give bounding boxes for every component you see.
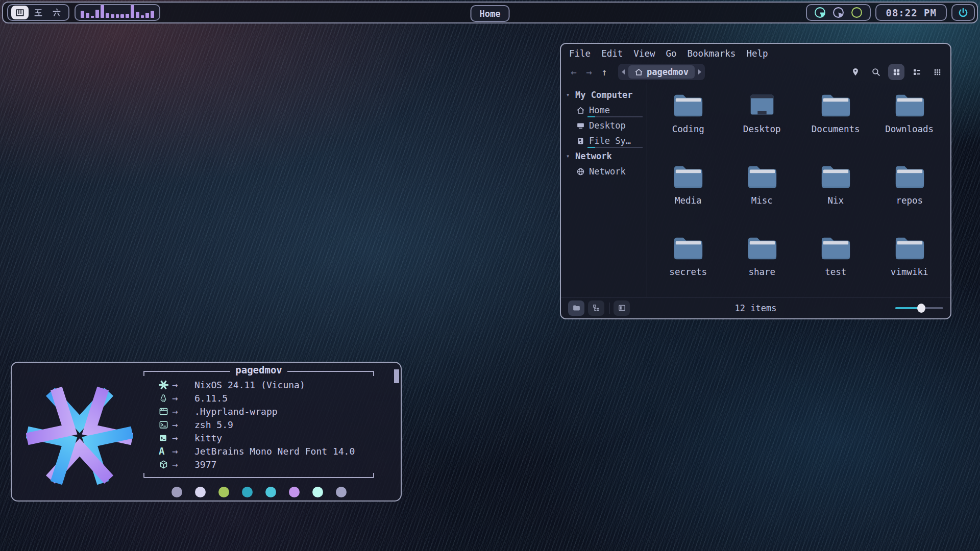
places-sidebar: ▾ My Computer Home Desktop xyxy=(561,83,647,297)
folder-icon xyxy=(746,164,778,190)
sidebar-item-network[interactable]: Network xyxy=(566,164,644,179)
folder-icon xyxy=(746,235,778,262)
view-grid-button[interactable] xyxy=(888,64,904,80)
file-item-repos[interactable]: repos xyxy=(873,164,947,235)
window-manager-icon xyxy=(159,407,168,416)
section-label: Network xyxy=(575,151,612,161)
file-item-vimwiki[interactable]: vimwiki xyxy=(873,235,947,307)
power-button[interactable] xyxy=(951,4,975,21)
workspace-4-button[interactable] xyxy=(11,6,29,19)
forward-button[interactable]: → xyxy=(581,66,597,78)
visualizer-bar xyxy=(145,13,149,18)
slider-knob[interactable] xyxy=(917,304,925,313)
palette-dot xyxy=(265,487,276,497)
toolbar-right xyxy=(847,64,945,80)
sidebar-item-filesystem[interactable]: File Sy… xyxy=(566,133,644,148)
menu-file[interactable]: File xyxy=(569,48,591,59)
file-item-test[interactable]: test xyxy=(799,235,873,307)
arrow-glyph: → xyxy=(172,379,194,390)
file-item-downloads[interactable]: Downloads xyxy=(873,92,947,164)
desktop-icon xyxy=(576,121,585,130)
clock-pill: 08:22 PM xyxy=(875,4,947,21)
file-item-label: Documents xyxy=(812,124,860,134)
palette-dot xyxy=(312,487,323,497)
menu-bookmarks[interactable]: Bookmarks xyxy=(688,48,736,59)
terminal-color-palette xyxy=(143,487,374,497)
statusbar-divider xyxy=(609,303,609,314)
fetch-row-wm: → .Hyprland-wrapp xyxy=(159,405,374,418)
back-button[interactable]: ← xyxy=(566,66,581,78)
visualizer-bar xyxy=(136,12,139,18)
fetch-row-packages: → 3977 xyxy=(159,458,374,471)
collapse-triangle-icon[interactable]: ▾ xyxy=(566,91,571,98)
file-item-media[interactable]: Media xyxy=(651,164,725,235)
file-item-documents[interactable]: Documents xyxy=(799,92,873,164)
zoom-slider[interactable] xyxy=(895,303,943,313)
location-pin-button[interactable] xyxy=(847,64,864,80)
file-item-secrets[interactable]: secrets xyxy=(651,235,725,307)
workspace-4-glyph xyxy=(15,8,25,18)
folder-icon xyxy=(820,235,851,262)
file-item-label: Desktop xyxy=(743,124,781,134)
menu-go[interactable]: Go xyxy=(666,48,676,59)
workspace-5-button[interactable] xyxy=(30,6,47,19)
folder-icon xyxy=(894,235,925,262)
gauge-green-icon[interactable] xyxy=(851,7,863,18)
view-list-button[interactable] xyxy=(909,64,925,80)
visualizer-bar xyxy=(151,11,154,18)
sidebar-section-my-computer[interactable]: ▾ My Computer xyxy=(566,87,644,103)
gauge-lavender-icon[interactable] xyxy=(832,7,844,18)
visualizer-bar xyxy=(116,14,119,18)
collapse-triangle-icon[interactable]: ▾ xyxy=(566,153,571,160)
file-item-misc[interactable]: Misc xyxy=(725,164,799,235)
hostname-label: pagedmov xyxy=(235,364,282,376)
sidebar-section-network[interactable]: ▾ Network xyxy=(566,148,644,164)
file-item-label: Misc xyxy=(751,195,773,206)
path-scroll-right-icon[interactable] xyxy=(697,68,703,76)
visualizer-bar xyxy=(131,5,134,18)
gauge-cyan-icon[interactable] xyxy=(814,7,826,18)
menu-view[interactable]: View xyxy=(633,48,655,59)
path-scroll-left-icon[interactable] xyxy=(620,68,626,76)
visualizer-bar xyxy=(95,10,99,18)
arrow-glyph: → xyxy=(172,406,194,417)
folder-icon xyxy=(820,92,851,119)
sidebar-item-desktop[interactable]: Desktop xyxy=(566,118,644,133)
list-view-icon xyxy=(912,67,921,77)
palette-dot xyxy=(218,487,229,497)
nixos-logo xyxy=(26,382,133,489)
top-bar: Home 08:22 PM xyxy=(2,2,978,23)
audio-visualizer xyxy=(75,4,160,21)
folder-grid: Coding Desktop Documents Downloads Media… xyxy=(647,83,950,297)
sidebar-item-label: File Sy… xyxy=(589,136,631,146)
fetch-box-bottom-border xyxy=(143,473,374,478)
visualizer-bar xyxy=(120,14,124,18)
show-places-button[interactable] xyxy=(568,300,584,316)
workspace-6-button[interactable] xyxy=(48,6,65,19)
sidebar-item-home[interactable]: Home xyxy=(566,103,644,118)
file-item-nix[interactable]: Nix xyxy=(799,164,873,235)
file-item-label: Coding xyxy=(672,124,704,134)
view-compact-button[interactable] xyxy=(929,64,945,80)
folder-icon xyxy=(672,235,704,262)
terminal-window[interactable]: pagedmov → NixOS 24.11 (Vicuna) → 6.11.5 xyxy=(11,362,402,502)
visualizer-bar xyxy=(141,15,144,18)
menu-edit[interactable]: Edit xyxy=(601,48,623,59)
up-button[interactable]: ↑ xyxy=(597,66,612,78)
tray-area: 08:22 PM xyxy=(806,4,975,21)
menu-help[interactable]: Help xyxy=(746,48,768,59)
file-item-coding[interactable]: Coding xyxy=(651,92,725,164)
show-tree-button[interactable] xyxy=(588,300,604,316)
path-bar: pagedmov xyxy=(618,64,705,80)
fetch-row-kernel: → 6.11.5 xyxy=(159,391,374,405)
breadcrumb-home[interactable]: pagedmov xyxy=(628,65,695,79)
shell-value: zsh 5.9 xyxy=(194,419,233,430)
file-item-label: Media xyxy=(675,195,702,206)
search-button[interactable] xyxy=(868,64,884,80)
breadcrumb-label: pagedmov xyxy=(647,67,689,77)
file-item-desktop[interactable]: Desktop xyxy=(725,92,799,164)
file-item-share[interactable]: share xyxy=(725,235,799,307)
visualizer-bar xyxy=(106,13,109,18)
toggle-sidebar-button[interactable] xyxy=(614,300,630,316)
globe-icon xyxy=(576,167,585,176)
